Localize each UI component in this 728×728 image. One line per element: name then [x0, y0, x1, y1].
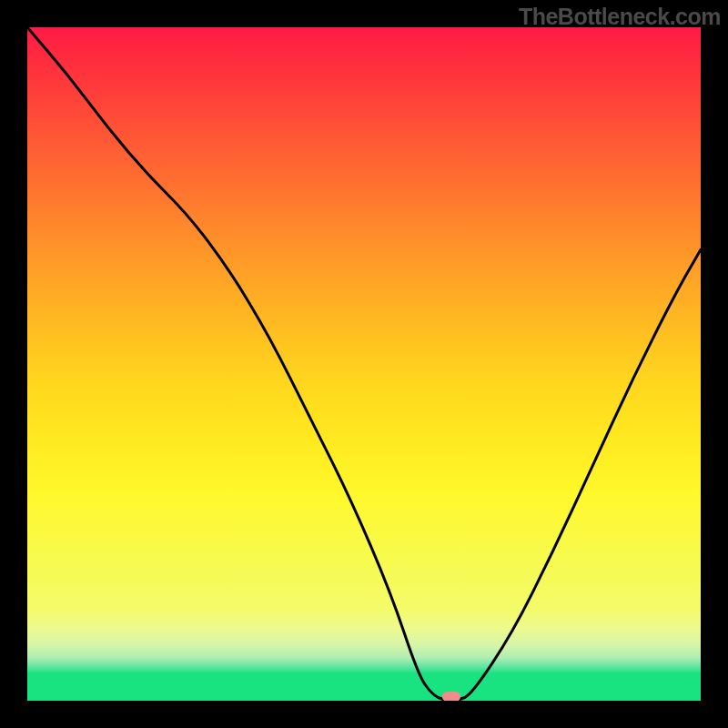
plot-area [27, 27, 701, 701]
bottleneck-curve-path [27, 27, 701, 701]
chart-canvas: TheBottleneck.com [0, 0, 728, 728]
watermark-text: TheBottleneck.com [519, 4, 721, 30]
curve-svg [27, 27, 701, 701]
optimal-point-marker [442, 692, 460, 701]
